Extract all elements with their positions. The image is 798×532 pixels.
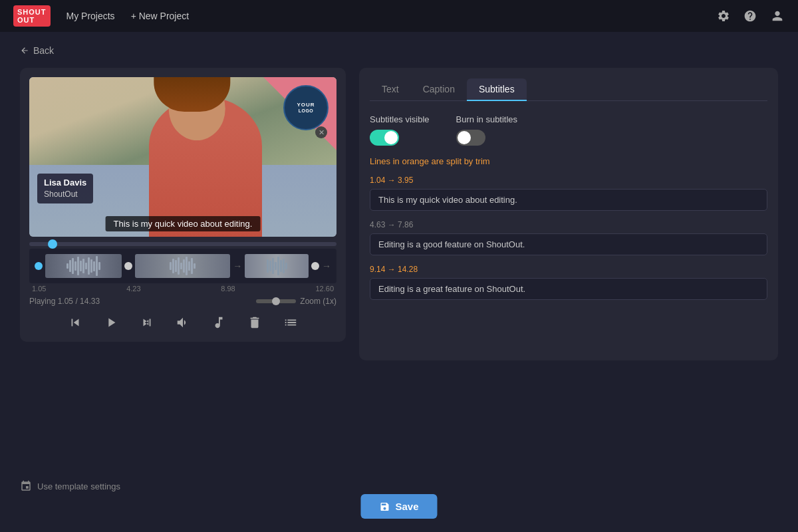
waveform-end-handle[interactable] xyxy=(311,262,319,270)
skip-forward-button[interactable] xyxy=(137,313,157,332)
timeline-end-arrow: → xyxy=(322,261,331,271)
subtitles-visible-toggle[interactable] xyxy=(370,130,399,146)
waveform-segment-1[interactable] xyxy=(45,254,122,278)
subtitle-input-1[interactable] xyxy=(370,189,767,211)
app-logo: SHOUT OUT xyxy=(13,5,51,27)
playback-info: Playing 1.05 / 14.33 Zoom (1x) xyxy=(29,297,336,306)
list-button[interactable] xyxy=(281,313,301,332)
main-content: Back YOUR LOGO ✕ xyxy=(0,32,798,374)
new-project-link[interactable]: + New Project xyxy=(131,11,190,21)
template-link[interactable]: Use template settings xyxy=(20,480,120,492)
tab-caption[interactable]: Caption xyxy=(411,78,467,101)
subtitles-visible-thumb xyxy=(384,131,398,144)
zoom-control[interactable]: Zoom (1x) xyxy=(256,297,336,306)
video-subtitle: This is my quick video about editing. xyxy=(106,216,261,231)
right-panel: Text Caption Subtitles Subtitles visible… xyxy=(359,68,778,360)
subtitle-time-2: 4.63 → 7.86 xyxy=(370,220,767,229)
header: SHOUT OUT My Projects + New Project xyxy=(0,0,798,32)
music-button[interactable] xyxy=(209,313,229,332)
waveform-segment-2[interactable] xyxy=(135,254,231,278)
subtitles-toggles: Subtitles visible Burn in subtitles xyxy=(370,114,767,146)
burn-subtitles-thumb xyxy=(458,131,471,144)
header-right xyxy=(717,9,785,23)
video-display: YOUR LOGO ✕ Lisa Davis ShoutOut This is … xyxy=(29,77,336,237)
video-panel: YOUR LOGO ✕ Lisa Davis ShoutOut This is … xyxy=(20,68,346,342)
subtitle-input-3[interactable] xyxy=(370,278,767,300)
tabs: Text Caption Subtitles xyxy=(370,78,767,101)
logo-remove-btn[interactable]: ✕ xyxy=(315,126,327,138)
volume-button[interactable] xyxy=(173,313,193,332)
subtitle-entry-1: 1.04 → 3.95 xyxy=(370,176,767,211)
waveform-mid-handle-1[interactable] xyxy=(124,262,132,270)
help-icon[interactable] xyxy=(743,9,757,23)
timeline-arrow: → xyxy=(233,261,242,271)
scrubber-handle[interactable] xyxy=(48,239,57,249)
tab-subtitles[interactable]: Subtitles xyxy=(467,78,527,101)
burn-subtitles-toggle[interactable] xyxy=(456,130,485,146)
user-icon[interactable] xyxy=(770,9,785,23)
bottom-area: Use template settings xyxy=(20,480,120,492)
subtitle-entry-2: 4.63 → 7.86 xyxy=(370,220,767,255)
progress-bar[interactable] xyxy=(29,242,336,246)
back-button[interactable]: Back xyxy=(20,45,778,56)
video-logo: YOUR LOGO xyxy=(283,85,329,130)
orange-notice: Lines in orange are split by trim xyxy=(370,156,767,166)
subtitle-entry-3: 9.14 → 14.28 xyxy=(370,265,767,300)
subtitle-time-3: 9.14 → 14.28 xyxy=(370,265,767,274)
settings-icon[interactable] xyxy=(717,9,730,23)
subtitle-input-2[interactable] xyxy=(370,233,767,255)
subtitles-visible-group: Subtitles visible xyxy=(370,114,430,146)
playback-controls xyxy=(29,313,336,332)
play-button[interactable] xyxy=(101,313,121,332)
delete-button[interactable] xyxy=(245,313,265,332)
my-projects-link[interactable]: My Projects xyxy=(66,11,115,21)
waveform-start-handle[interactable] xyxy=(35,262,43,270)
waveform[interactable]: → → xyxy=(29,249,336,283)
waveform-segment-3[interactable] xyxy=(245,254,309,278)
skip-back-button[interactable] xyxy=(65,313,85,332)
name-tag: Lisa Davis ShoutOut xyxy=(37,174,93,203)
timeline-area: → → 1.05 4.23 8.98 12.60 xyxy=(29,242,336,306)
zoom-slider[interactable] xyxy=(256,299,296,303)
tab-text[interactable]: Text xyxy=(370,78,411,101)
burn-subtitles-group: Burn in subtitles xyxy=(456,114,518,146)
save-button[interactable]: Save xyxy=(360,494,437,519)
timeline-labels: 1.05 4.23 8.98 12.60 xyxy=(29,285,336,293)
zoom-thumb[interactable] xyxy=(272,297,280,305)
subtitle-time-1: 1.04 → 3.95 xyxy=(370,176,767,185)
content-row: YOUR LOGO ✕ Lisa Davis ShoutOut This is … xyxy=(20,68,778,360)
